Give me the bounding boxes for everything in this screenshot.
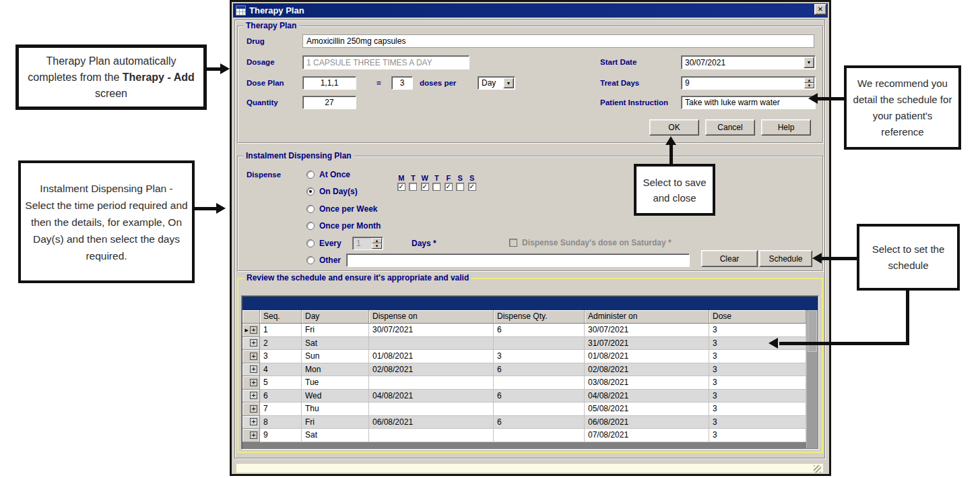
expand-icon[interactable]: +: [250, 405, 257, 413]
weekday-checkbox[interactable]: [432, 183, 440, 191]
cell-dose: 3: [709, 402, 806, 416]
radio-once-per-month[interactable]: Once per Month: [306, 221, 381, 231]
table-row[interactable]: ▶+1Fri30/07/2021630/07/20213: [242, 324, 806, 337]
start-date-dropdown-button[interactable]: ▼: [804, 57, 814, 68]
weekday-checkbox[interactable]: ✓: [445, 183, 453, 191]
column-header[interactable]: Dose: [709, 310, 806, 324]
radio-once-per-week[interactable]: Once per Week: [306, 204, 377, 214]
expand-icon[interactable]: +: [250, 365, 257, 373]
expand-icon[interactable]: +: [250, 431, 257, 439]
drug-field[interactable]: Amoxicillin 250mg capsules: [302, 34, 814, 48]
sunday-checkbox-row[interactable]: Dispense Sunday's dose on Saturday *: [509, 238, 672, 247]
spin-down-icon[interactable]: ▼: [372, 243, 382, 249]
expand-icon[interactable]: +: [250, 418, 257, 425]
dose-plan-field[interactable]: 1,1,1: [302, 76, 356, 90]
radio-other[interactable]: Other: [306, 256, 341, 265]
therapy-plan-group: Therapy Plan Drug Amoxicillin 250mg caps…: [237, 26, 823, 143]
table-row[interactable]: +9Sat07/08/20213: [242, 429, 806, 442]
title-bar[interactable]: Therapy Plan: [233, 3, 828, 18]
chevron-down-icon: ▼: [807, 60, 812, 65]
close-button[interactable]: ✕: [814, 4, 826, 15]
window-title: Therapy Plan: [249, 5, 304, 16]
start-date-field[interactable]: 30/07/2021 ▼: [681, 55, 816, 69]
dosage-field[interactable]: 1 CAPSULE THREE TIMES A DAY: [302, 55, 469, 69]
other-field[interactable]: [346, 253, 690, 267]
table-row[interactable]: +8Fri06/08/2021606/08/20213: [242, 416, 806, 429]
treat-days-field[interactable]: 9 ▲ ▼: [681, 76, 816, 90]
weekday-checkbox[interactable]: ✓: [397, 183, 405, 191]
column-header[interactable]: Dispense Qty.: [494, 310, 585, 324]
table-row[interactable]: +3Sun01/08/2021301/08/20213: [242, 350, 806, 363]
treat-days-spinner[interactable]: ▲ ▼: [804, 78, 814, 88]
weekday-checkbox[interactable]: [409, 183, 417, 191]
radio-on-days[interactable]: On Day(s): [306, 187, 358, 196]
expand-icon[interactable]: +: [250, 339, 257, 347]
arrow-right-icon: [216, 203, 226, 214]
weekday-letter: M: [398, 174, 404, 183]
row-header[interactable]: ▶+: [242, 324, 260, 337]
table-row[interactable]: +4Mon02/08/2021602/08/20213: [242, 363, 806, 377]
table-row[interactable]: +6Wed04/08/2021604/08/20213: [242, 390, 806, 403]
column-header[interactable]: [242, 310, 260, 324]
column-header[interactable]: Administer on: [585, 310, 709, 324]
row-header[interactable]: +: [242, 337, 260, 351]
weekday-checkbox[interactable]: [456, 183, 464, 191]
weekday-checkbox[interactable]: ✓: [421, 183, 429, 191]
clear-button[interactable]: Clear: [701, 250, 758, 267]
weekday-checkbox[interactable]: ✓: [468, 183, 476, 191]
app-icon: [236, 5, 246, 16]
cancel-button[interactable]: Cancel: [705, 119, 755, 136]
doses-count-field[interactable]: 3: [391, 76, 413, 90]
spin-up-icon[interactable]: ▲: [804, 78, 814, 83]
row-header[interactable]: +: [242, 390, 260, 403]
radio-icon[interactable]: [306, 187, 315, 196]
quantity-label: Quantity: [247, 98, 278, 107]
quantity-field[interactable]: 27: [302, 96, 356, 109]
radio-icon[interactable]: [306, 171, 315, 179]
spin-up-icon[interactable]: ▲: [372, 238, 382, 243]
every-days-spinner[interactable]: ▲ ▼: [372, 238, 382, 249]
period-combo[interactable]: Day ▼: [478, 76, 515, 90]
every-days-field[interactable]: 1 ▲ ▼: [352, 237, 383, 250]
radio-icon[interactable]: [306, 239, 315, 247]
help-button[interactable]: Help: [761, 119, 811, 136]
cell-dispense_on: [369, 337, 494, 351]
row-header[interactable]: +: [242, 416, 260, 429]
callout-set-schedule: Select to set the schedule: [857, 224, 960, 291]
table-row[interactable]: +7Thu05/08/20213: [242, 402, 806, 416]
cell-dispense_on: 06/08/2021: [369, 416, 494, 429]
row-header[interactable]: +: [242, 429, 260, 442]
cell-administer_on: 31/07/2021: [585, 337, 709, 351]
expand-icon[interactable]: +: [250, 353, 257, 360]
radio-icon[interactable]: [306, 222, 315, 230]
spin-down-icon[interactable]: ▼: [804, 83, 814, 88]
row-header[interactable]: +: [242, 402, 260, 416]
period-dropdown-button[interactable]: ▼: [503, 78, 514, 88]
sunday-checkbox[interactable]: [509, 239, 517, 247]
column-header[interactable]: Day: [302, 310, 369, 324]
row-header[interactable]: +: [242, 376, 260, 390]
radio-at-once[interactable]: At Once: [306, 170, 350, 179]
cell-administer_on: 01/08/2021: [585, 350, 709, 363]
weekday-grid: M✓TW✓TF✓SS✓: [395, 174, 478, 191]
ok-button[interactable]: OK: [649, 119, 699, 136]
cell-dose: 3: [709, 376, 806, 390]
table-row[interactable]: +2Sat31/07/20213: [242, 337, 806, 351]
sunday-checkbox-label: Dispense Sunday's dose on Saturday *: [522, 238, 672, 247]
radio-icon[interactable]: [306, 205, 315, 213]
expand-icon[interactable]: +: [250, 392, 257, 399]
column-header[interactable]: Seq.: [260, 310, 302, 324]
expand-icon[interactable]: +: [250, 379, 257, 386]
schedule-button[interactable]: Schedule: [759, 250, 812, 267]
radio-every[interactable]: Every: [306, 239, 341, 248]
patient-instruction-field[interactable]: Take with luke warm water: [681, 96, 816, 109]
row-header[interactable]: +: [242, 363, 260, 377]
expand-icon[interactable]: +: [250, 326, 257, 334]
row-header[interactable]: +: [242, 350, 260, 363]
table-row[interactable]: +5Tue03/08/20213: [242, 376, 806, 390]
callout-text: Select to set the schedule: [859, 240, 957, 275]
resize-grip[interactable]: [814, 465, 821, 473]
radio-icon[interactable]: [306, 256, 315, 264]
grid-vertical-scrollbar[interactable]: [806, 310, 818, 448]
column-header[interactable]: Dispense on: [369, 310, 494, 324]
